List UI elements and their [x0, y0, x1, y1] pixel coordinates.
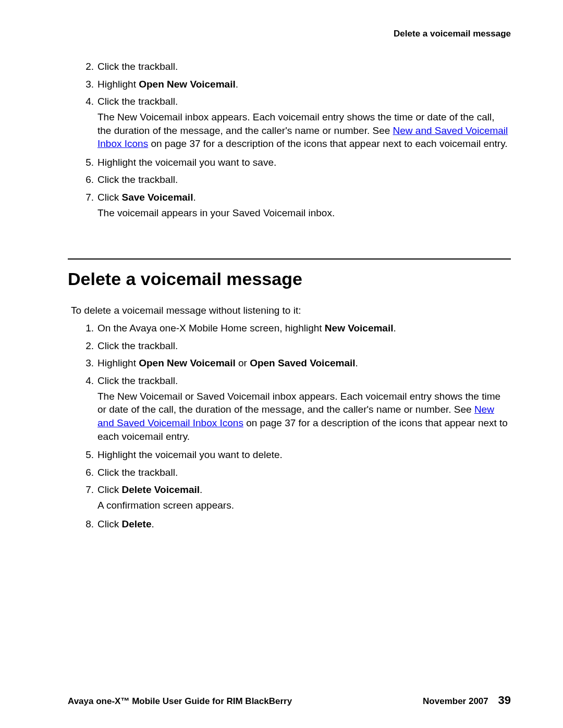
list-item: 6. Click the trackball.: [68, 466, 511, 479]
bold-text: Save Voicemail: [121, 192, 193, 203]
bold-text: New Voicemail: [325, 323, 394, 334]
step-number: 2.: [78, 339, 94, 353]
step-subtext: The voicemail appears in your Saved Voic…: [97, 206, 511, 220]
step-text: Click the trackball.: [97, 375, 178, 386]
list-item: 6. Click the trackball.: [68, 173, 511, 187]
footer-date: November 2007: [423, 696, 488, 706]
footer-title: Avaya one-X™ Mobile User Guide for RIM B…: [68, 696, 292, 707]
step-subtext: A confirmation screen appears.: [97, 499, 511, 512]
list-item: 2. Click the trackball.: [68, 339, 511, 353]
subtext-a: The New Voicemail or Saved Voicemail inb…: [97, 391, 500, 415]
step-text: Click: [97, 484, 121, 495]
step-number: 3.: [78, 78, 94, 91]
delete-steps: 1. On the Avaya one-X Mobile Home screen…: [68, 322, 511, 530]
list-item: 2. Click the trackball.: [68, 60, 511, 73]
running-header: Delete a voicemail message: [68, 29, 511, 39]
step-number: 1.: [78, 322, 94, 335]
step-text: Click: [97, 519, 121, 529]
footer: Avaya one-X™ Mobile User Guide for RIM B…: [68, 694, 511, 707]
step-text: .: [394, 323, 396, 334]
bold-text: Open Saved Voicemail: [250, 357, 355, 368]
step-text: Click the trackball.: [97, 174, 178, 185]
list-item: 1. On the Avaya one-X Mobile Home screen…: [68, 322, 511, 335]
step-text: .: [200, 484, 202, 495]
list-item: 4. Click the trackball. The New Voicemai…: [68, 374, 511, 443]
step-text: Click the trackball.: [97, 340, 178, 351]
step-text: Click the trackball.: [97, 61, 178, 72]
list-item: 7. Click Delete Voicemail. A confirmatio…: [68, 483, 511, 512]
step-text: Highlight the voicemail you want to save…: [97, 157, 276, 168]
step-number: 4.: [78, 374, 94, 388]
bold-text: Open New Voicemail: [139, 79, 235, 90]
step-text: Highlight: [97, 357, 139, 368]
step-number: 7.: [78, 191, 94, 204]
section-intro: To delete a voicemail message without li…: [71, 304, 511, 317]
step-number: 6.: [78, 173, 94, 187]
step-number: 5.: [78, 448, 94, 462]
step-number: 3.: [78, 356, 94, 370]
list-item: 4. Click the trackball. The New Voicemai…: [68, 95, 511, 151]
step-text: On the Avaya one-X Mobile Home screen, h…: [97, 323, 325, 334]
footer-page-number: 39: [498, 694, 511, 707]
section-heading: Delete a voicemail message: [68, 269, 511, 289]
list-item: 5. Highlight the voicemail you want to s…: [68, 156, 511, 169]
step-number: 4.: [78, 95, 94, 108]
step-text: or: [236, 357, 250, 368]
step-text: Click the trackball.: [97, 467, 178, 478]
save-steps: 2. Click the trackball. 3. Highlight Ope…: [68, 60, 511, 219]
step-number: 7.: [78, 483, 94, 497]
list-item: 3. Highlight Open New Voicemail or Open …: [68, 356, 511, 370]
subtext-b: on page 37 for a description of the icon…: [148, 138, 507, 149]
step-text: .: [356, 357, 358, 368]
footer-right: November 2007 39: [423, 694, 511, 707]
step-text: Highlight the voicemail you want to dele…: [97, 449, 283, 460]
list-item: 3. Highlight Open New Voicemail.: [68, 78, 511, 91]
step-text: .: [193, 192, 195, 203]
step-number: 8.: [78, 517, 94, 531]
step-text: Click the trackball.: [97, 96, 178, 107]
step-text: Click: [97, 192, 121, 203]
step-text: Highlight: [97, 79, 139, 90]
section-rule: [68, 258, 511, 260]
step-text: .: [151, 519, 154, 529]
bold-text: Delete: [121, 519, 151, 529]
step-subtext: The New Voicemail or Saved Voicemail inb…: [97, 390, 511, 443]
list-item: 8. Click Delete.: [68, 517, 511, 531]
step-number: 2.: [78, 60, 94, 73]
page: Delete a voicemail message 2. Click the …: [0, 0, 563, 728]
list-item: 5. Highlight the voicemail you want to d…: [68, 448, 511, 462]
step-number: 5.: [78, 156, 94, 169]
bold-text: Open New Voicemail: [139, 357, 235, 368]
step-text: .: [236, 79, 238, 90]
step-subtext: The New Voicemail inbox appears. Each vo…: [97, 110, 511, 151]
step-number: 6.: [78, 466, 94, 479]
list-item: 7. Click Save Voicemail. The voicemail a…: [68, 191, 511, 219]
bold-text: Delete Voicemail: [121, 484, 200, 495]
